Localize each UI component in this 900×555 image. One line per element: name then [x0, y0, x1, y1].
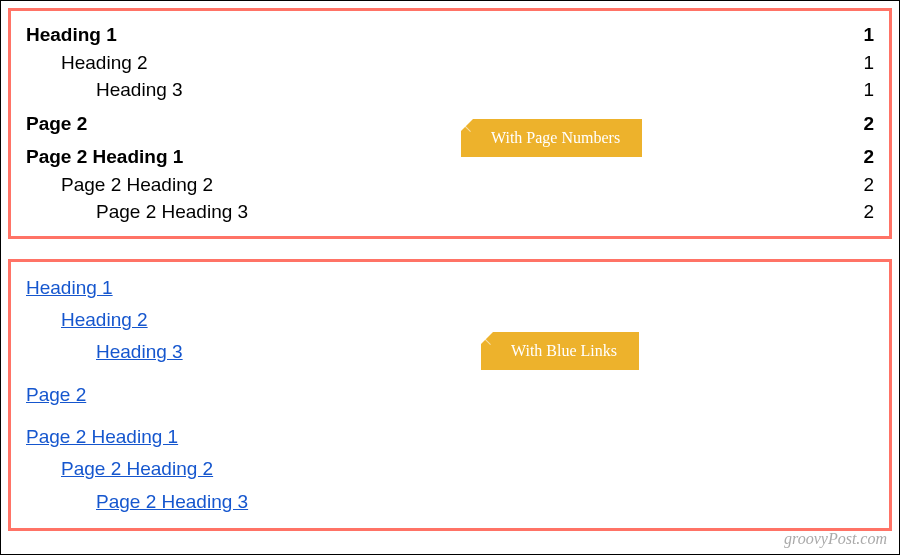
toc-link-entry: Heading 3 [26, 336, 874, 368]
watermark: groovyPost.com [784, 530, 887, 548]
toc-title: Heading 2 [26, 49, 148, 77]
toc-page-numbers-panel: Heading 1 1 Heading 2 1 Heading 3 1 Page… [8, 8, 892, 239]
toc-link-entry: Heading 2 [26, 304, 874, 336]
toc-page: 1 [863, 49, 874, 77]
toc-link-entry: Heading 1 [26, 272, 874, 304]
toc-title: Page 2 Heading 1 [26, 143, 183, 171]
toc-link[interactable]: Heading 2 [61, 309, 148, 330]
toc-entry: Page 2 Heading 3 2 [26, 198, 874, 226]
toc-page: 2 [863, 198, 874, 226]
callout-blue-links: With Blue Links [481, 332, 639, 370]
toc-page: 2 [863, 171, 874, 199]
toc-link[interactable]: Page 2 Heading 1 [26, 426, 178, 447]
callout-label: With Blue Links [511, 342, 617, 359]
toc-title: Heading 1 [26, 21, 117, 49]
toc-entry: Page 2 Heading 1 2 [26, 143, 874, 171]
toc-page: 1 [863, 76, 874, 104]
toc-page: 2 [863, 110, 874, 138]
toc-page: 1 [863, 21, 874, 49]
toc-link-entry: Page 2 Heading 2 [26, 453, 874, 485]
toc-blue-links-panel: Heading 1 Heading 2 Heading 3 Page 2 Pag… [8, 259, 892, 531]
toc-page: 2 [863, 143, 874, 171]
toc-link[interactable]: Page 2 [26, 384, 86, 405]
toc-entry: Page 2 2 [26, 110, 874, 138]
toc-link-entry: Page 2 [26, 379, 874, 411]
toc-title: Heading 3 [26, 76, 183, 104]
toc-link[interactable]: Heading 1 [26, 277, 113, 298]
callout-page-numbers: With Page Numbers [461, 119, 642, 157]
toc-entry: Heading 2 1 [26, 49, 874, 77]
toc-title: Page 2 Heading 2 [26, 171, 213, 199]
callout-label: With Page Numbers [491, 129, 620, 146]
toc-link[interactable]: Page 2 Heading 2 [61, 458, 213, 479]
toc-entry: Heading 3 1 [26, 76, 874, 104]
toc-title: Page 2 [26, 110, 87, 138]
toc-title: Page 2 Heading 3 [26, 198, 248, 226]
toc-entry: Heading 1 1 [26, 21, 874, 49]
toc-link-entry: Page 2 Heading 1 [26, 421, 874, 453]
toc-entry: Page 2 Heading 2 2 [26, 171, 874, 199]
toc-link-entry: Page 2 Heading 3 [26, 486, 874, 518]
toc-link[interactable]: Page 2 Heading 3 [96, 491, 248, 512]
toc-link[interactable]: Heading 3 [96, 341, 183, 362]
